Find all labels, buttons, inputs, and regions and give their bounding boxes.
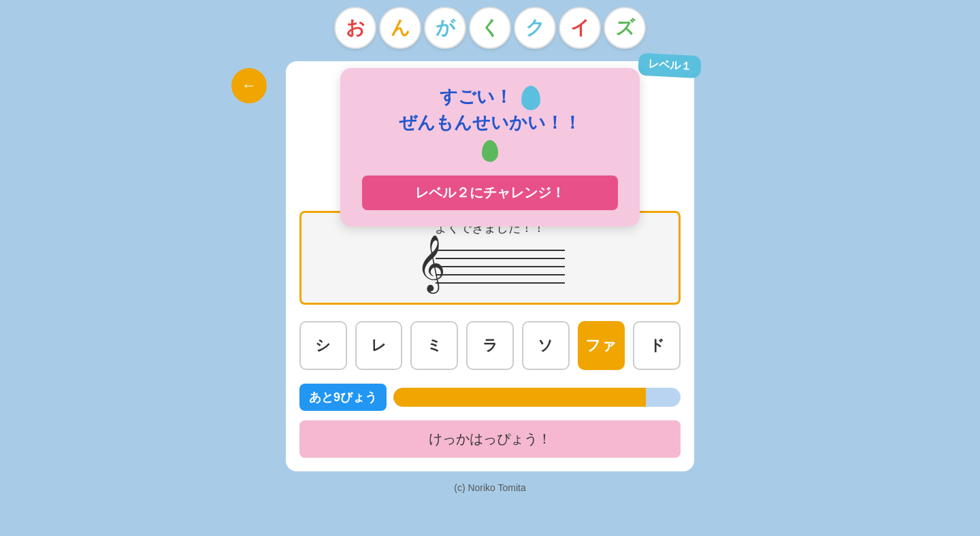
treble-clef-icon: 𝄞 <box>416 239 446 288</box>
timer-area: あと9びょう <box>299 384 681 411</box>
title-chars: おんがくクイズ <box>334 7 646 49</box>
note-choice-button[interactable]: レ <box>355 321 403 370</box>
title-char: ク <box>514 7 556 49</box>
success-line1: すごい！ <box>440 86 512 107</box>
footer: (c) Noriko Tomita <box>454 482 526 493</box>
note-choice-button[interactable]: ソ <box>522 321 570 370</box>
note-choice-button[interactable]: ラ <box>466 321 514 370</box>
note-choices: シレミラソファド <box>299 321 681 370</box>
balloon-blue-icon <box>521 86 540 110</box>
success-popup: すごい！ ぜんもんせいかい！！ レベル２にチャレンジ！ <box>340 68 640 227</box>
title-char: ズ <box>604 7 646 49</box>
game-container: レベル１ すごい！ ぜんもんせいかい！！ レベル２にチャレンジ！ よくできました… <box>286 61 694 471</box>
title-char: が <box>424 7 466 49</box>
note-choice-button[interactable]: ミ <box>410 321 458 370</box>
title-char: ん <box>379 7 421 49</box>
note-choice-button[interactable]: ファ <box>578 321 625 370</box>
note-choice-button[interactable]: シ <box>299 321 347 370</box>
timer-badge: あと9びょう <box>299 384 387 411</box>
challenge-button[interactable]: レベル２にチャレンジ！ <box>362 175 618 210</box>
balloon-green-icon <box>482 140 498 162</box>
title-char: お <box>334 7 376 49</box>
level-badge: レベル１ <box>638 53 702 79</box>
progress-bar <box>393 388 681 407</box>
result-button[interactable]: けっかはっぴょう！ <box>299 420 681 458</box>
title-char: く <box>469 7 511 49</box>
back-arrow-icon: ← <box>242 77 257 95</box>
success-line2: ぜんもんせいかい！！ <box>399 112 581 133</box>
note-choice-button[interactable]: ド <box>633 321 681 370</box>
title-char: イ <box>559 7 601 49</box>
success-title: すごい！ ぜんもんせいかい！！ <box>362 84 618 162</box>
back-button[interactable]: ← <box>231 68 267 103</box>
title-area: おんがくクイズ <box>334 0 646 49</box>
progress-bar-fill <box>393 388 646 407</box>
